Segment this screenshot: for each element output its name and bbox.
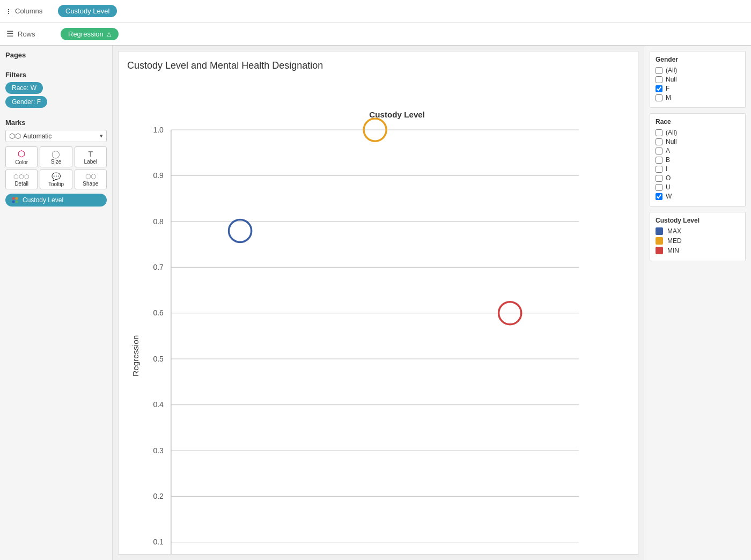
marks-buttons: ⬡ Color ◯ Size T Label ⬡⬡⬡ Detail 💬 T bbox=[5, 146, 107, 189]
datapoint-max[interactable] bbox=[229, 219, 252, 242]
svg-text:0.1: 0.1 bbox=[153, 537, 164, 546]
y-axis-label: Regression bbox=[131, 335, 140, 377]
marks-dropdown[interactable]: ⬡⬡ Automatic ▾ bbox=[5, 130, 107, 142]
gender-m-checkbox[interactable] bbox=[656, 94, 662, 101]
gender-m-label: M bbox=[666, 94, 671, 101]
race-u-checkbox[interactable] bbox=[656, 184, 662, 191]
race-u-label: U bbox=[666, 183, 671, 191]
race-o-label: O bbox=[666, 174, 671, 182]
marks-label-btn[interactable]: T Label bbox=[75, 146, 107, 167]
gender-filter-group: Gender (All) Null F M bbox=[650, 51, 746, 108]
svg-point-1 bbox=[16, 197, 18, 200]
gender-filter-f: F bbox=[656, 85, 740, 92]
triangle-icon: △ bbox=[107, 31, 111, 38]
columns-label: Columns bbox=[15, 7, 58, 15]
columns-pill[interactable]: Custody Level bbox=[58, 5, 117, 17]
color-dots-icon: ⬡ bbox=[18, 150, 25, 158]
gender-f-checkbox[interactable] bbox=[656, 85, 662, 92]
marks-shape-btn[interactable]: ⬡⬡ Shape bbox=[75, 170, 107, 189]
filters-section: Filters Race: W Gender: F bbox=[5, 71, 107, 110]
race-o-checkbox[interactable] bbox=[656, 175, 662, 182]
svg-point-2 bbox=[12, 201, 15, 203]
race-w-label: W bbox=[666, 193, 672, 200]
pages-section: Pages bbox=[5, 51, 107, 62]
svg-text:0.2: 0.2 bbox=[153, 492, 164, 500]
custody-level-pill[interactable]: Custody Level bbox=[5, 194, 107, 207]
rows-pill[interactable]: Regression △ bbox=[61, 28, 119, 40]
gender-null-label: Null bbox=[666, 76, 677, 83]
marks-detail-btn[interactable]: ⬡⬡⬡ Detail bbox=[5, 170, 38, 189]
label-icon: T bbox=[89, 150, 93, 158]
chart-area: Custody Level and Mental Health Designat… bbox=[118, 51, 638, 555]
main-layout: Pages Filters Race: W Gender: F Marks ⬡⬡… bbox=[0, 46, 751, 560]
svg-point-0 bbox=[12, 197, 15, 200]
marks-title: Marks bbox=[5, 119, 107, 127]
svg-point-3 bbox=[16, 201, 18, 203]
x-axis-label: Custody Level bbox=[369, 110, 425, 119]
race-filter-o: O bbox=[656, 174, 740, 182]
filter-race[interactable]: Race: W bbox=[5, 82, 43, 94]
race-filter-b: B bbox=[656, 156, 740, 164]
toolbar: ⫶ Columns Custody Level ☰ Rows Regressio… bbox=[0, 0, 751, 46]
svg-text:0.7: 0.7 bbox=[153, 263, 164, 271]
custody-legend-title: Custody Level bbox=[656, 217, 740, 224]
legend-med: MED bbox=[656, 237, 740, 245]
gender-filter-title: Gender bbox=[656, 56, 740, 63]
gender-all-checkbox[interactable] bbox=[656, 67, 662, 74]
gender-filter-null: Null bbox=[656, 76, 740, 83]
svg-text:0.9: 0.9 bbox=[153, 171, 164, 180]
detail-icon: ⬡⬡⬡ bbox=[13, 174, 30, 180]
marks-color-btn[interactable]: ⬡ Color bbox=[5, 146, 38, 167]
race-null-label: Null bbox=[666, 138, 677, 145]
legend-min: MIN bbox=[656, 247, 740, 254]
svg-text:0.4: 0.4 bbox=[153, 400, 164, 409]
gender-all-label: (All) bbox=[666, 67, 677, 74]
race-b-checkbox[interactable] bbox=[656, 157, 662, 164]
rows-row: ☰ Rows Regression △ bbox=[0, 23, 751, 45]
marks-tooltip-btn[interactable]: 💬 Tooltip bbox=[40, 170, 72, 189]
shape-icon: ⬡⬡ bbox=[85, 173, 96, 180]
dropdown-arrow-icon: ▾ bbox=[100, 132, 103, 139]
columns-icon: ⫶ bbox=[6, 6, 11, 16]
rows-icon: ☰ bbox=[6, 29, 13, 39]
gender-filter-all: (All) bbox=[656, 67, 740, 74]
race-w-checkbox[interactable] bbox=[656, 193, 662, 200]
columns-row: ⫶ Columns Custody Level bbox=[0, 0, 751, 23]
legend-max: MAX bbox=[656, 227, 740, 235]
race-null-checkbox[interactable] bbox=[656, 138, 662, 145]
filters-title: Filters bbox=[5, 71, 107, 79]
legend-max-swatch bbox=[656, 227, 663, 235]
race-i-checkbox[interactable] bbox=[656, 166, 662, 173]
marks-size-btn[interactable]: ◯ Size bbox=[40, 146, 72, 167]
custody-legend-group: Custody Level MAX MED MIN bbox=[650, 212, 746, 261]
legend-min-swatch bbox=[656, 247, 663, 254]
marks-section: Marks ⬡⬡ Automatic ▾ ⬡ Color ◯ Size T La… bbox=[5, 119, 107, 207]
legend-min-label: MIN bbox=[667, 247, 679, 254]
race-all-checkbox[interactable] bbox=[656, 129, 662, 136]
svg-text:0.5: 0.5 bbox=[153, 355, 164, 363]
svg-text:0.3: 0.3 bbox=[153, 446, 164, 455]
sidebar: Pages Filters Race: W Gender: F Marks ⬡⬡… bbox=[0, 46, 113, 560]
race-b-label: B bbox=[666, 156, 670, 164]
race-a-label: A bbox=[666, 147, 670, 154]
legend-max-label: MAX bbox=[667, 227, 681, 235]
svg-text:1.0: 1.0 bbox=[153, 126, 164, 134]
race-filter-u: U bbox=[656, 183, 740, 191]
gender-null-checkbox[interactable] bbox=[656, 76, 662, 83]
race-i-label: I bbox=[666, 165, 667, 173]
filter-gender[interactable]: Gender: F bbox=[5, 96, 47, 108]
chart-title: Custody Level and Mental Health Designat… bbox=[127, 60, 629, 71]
svg-text:0.6: 0.6 bbox=[153, 308, 164, 317]
size-icon: ◯ bbox=[51, 150, 60, 158]
gender-filter-m: M bbox=[656, 94, 740, 101]
rows-label: Rows bbox=[18, 30, 61, 38]
chart-svg: Regression Custody Level 1.0 0.9 0.8 0.7 bbox=[127, 79, 629, 555]
svg-text:0.8: 0.8 bbox=[153, 217, 164, 226]
right-panel: Gender (All) Null F M Race (Al bbox=[644, 46, 751, 560]
pages-title: Pages bbox=[5, 51, 107, 59]
gender-f-label: F bbox=[666, 85, 669, 92]
chart-svg-container: Regression Custody Level 1.0 0.9 0.8 0.7 bbox=[127, 79, 629, 555]
race-a-checkbox[interactable] bbox=[656, 148, 662, 154]
legend-med-swatch bbox=[656, 237, 663, 245]
race-filter-title: Race bbox=[656, 118, 740, 126]
